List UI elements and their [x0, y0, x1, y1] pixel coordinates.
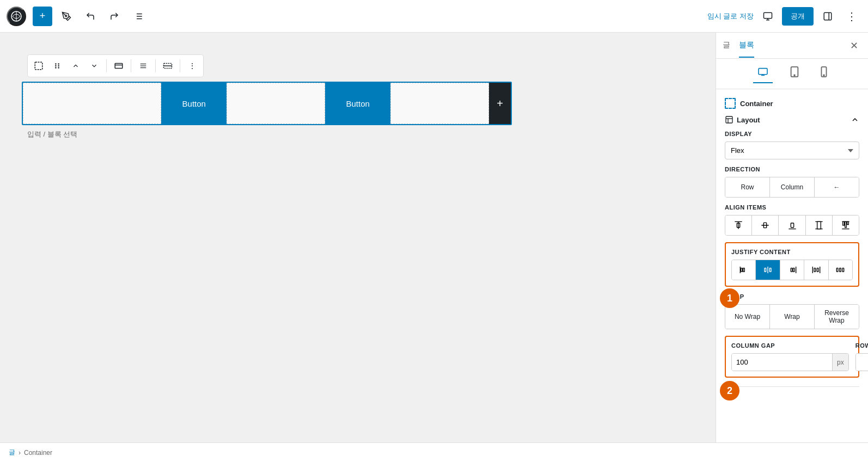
svg-rect-58	[769, 268, 771, 272]
settings-sidebar-button[interactable]	[818, 7, 838, 26]
svg-rect-57	[765, 268, 766, 272]
direction-row-button[interactable]: Row	[725, 177, 770, 197]
svg-rect-66	[837, 268, 839, 272]
right-panel: 글 블록 ✕	[716, 33, 868, 442]
svg-rect-47	[817, 221, 821, 229]
display-select[interactable]: Flex Block Inline Grid	[725, 141, 859, 159]
tab-post[interactable]: 글	[723, 34, 730, 58]
save-draft-link[interactable]: 임시 글로 저장	[707, 11, 754, 21]
direction-reverse-button[interactable]: ←	[815, 177, 859, 197]
add-block-button[interactable]: +	[33, 7, 52, 26]
justify-content-label: JUSTIFY CONTENT	[731, 249, 853, 255]
block-move-up-button[interactable]	[67, 57, 84, 75]
align-items-label: ALIGN ITEMS	[725, 204, 859, 211]
column-gap-input[interactable]	[732, 354, 832, 371]
justify-content-section: JUSTIFY CONTENT	[725, 242, 859, 287]
select-block-button[interactable]	[30, 57, 47, 75]
container-block[interactable]: Button Button +	[22, 82, 512, 125]
svg-rect-55	[743, 268, 744, 272]
breadcrumb-post[interactable]: 글	[9, 448, 15, 457]
full-width-button[interactable]	[159, 57, 176, 75]
wrap-btn-group: No Wrap Wrap Reverse Wrap	[725, 304, 859, 329]
svg-point-19	[55, 67, 57, 69]
svg-rect-51	[845, 221, 847, 227]
gap-row: COLUMN GAP px ROW GAP px	[731, 342, 853, 371]
add-inner-block-button[interactable]: +	[489, 83, 511, 124]
column-gap-input-wrap: px	[731, 353, 849, 371]
list-view-button[interactable]	[129, 7, 148, 26]
display-label: DISPLAY	[725, 131, 859, 137]
container-icon	[725, 98, 736, 109]
row-gap-col: ROW GAP px	[855, 342, 868, 371]
button-1[interactable]: Button	[161, 83, 227, 124]
panel-close-button[interactable]: ✕	[846, 38, 861, 53]
svg-rect-52	[847, 221, 849, 224]
direction-column-button[interactable]: Column	[770, 177, 815, 197]
right-panel-container: 1 2 글 블록 ✕	[716, 33, 868, 442]
justify-space-between-button[interactable]	[804, 260, 828, 280]
view-mode-button[interactable]	[758, 7, 778, 26]
toolbar-divider-2	[131, 59, 131, 72]
device-icons	[716, 59, 868, 89]
align-items-end-button[interactable]	[779, 215, 805, 235]
align-items-center-button[interactable]	[752, 215, 779, 235]
container-select-button[interactable]	[110, 57, 127, 75]
desktop-view-button[interactable]	[753, 64, 773, 83]
svg-point-32	[794, 75, 795, 76]
text-area-3[interactable]	[390, 83, 489, 124]
breadcrumb-container[interactable]: Container	[24, 449, 52, 457]
breadcrumb-separator: ›	[19, 449, 21, 457]
no-wrap-button[interactable]: No Wrap	[725, 305, 770, 329]
tablet-view-button[interactable]	[786, 64, 803, 83]
align-button[interactable]	[135, 57, 152, 75]
svg-rect-61	[791, 268, 792, 272]
column-gap-col: COLUMN GAP px	[731, 342, 849, 371]
reverse-wrap-button[interactable]: Reverse Wrap	[815, 305, 859, 329]
annotation-2: 2	[720, 381, 739, 401]
undo-button[interactable]	[81, 7, 100, 26]
more-options-button[interactable]: ⋮	[842, 7, 861, 26]
svg-rect-21	[115, 64, 123, 69]
direction-btn-group: Row Column ←	[725, 177, 859, 198]
block-move-down-button[interactable]	[85, 57, 103, 75]
toolbar-right: 임시 글로 저장 공개 ⋮	[707, 7, 861, 26]
column-gap-unit: px	[832, 354, 848, 371]
svg-point-15	[55, 63, 57, 65]
align-items-btn-group	[725, 215, 859, 236]
block-label: 입력 / 블록 선택	[27, 130, 694, 139]
align-items-stretch-button[interactable]	[806, 215, 833, 235]
text-area-1[interactable]	[23, 83, 161, 124]
tools-button[interactable]	[57, 7, 76, 26]
svg-rect-35	[726, 116, 732, 123]
svg-point-2	[65, 15, 67, 16]
layout-section: Layout DISPLAY Flex Block Inline Grid	[725, 115, 859, 387]
justify-end-button[interactable]	[780, 260, 804, 280]
wrap-button[interactable]: Wrap	[770, 305, 815, 329]
button-2[interactable]: Button	[325, 83, 390, 124]
gap-section: COLUMN GAP px ROW GAP px	[725, 336, 859, 378]
align-items-baseline-button[interactable]	[833, 215, 859, 235]
svg-point-18	[58, 65, 59, 67]
tab-block[interactable]: 블록	[739, 34, 754, 58]
mobile-view-button[interactable]	[816, 64, 832, 83]
justify-start-button[interactable]	[732, 260, 756, 280]
wp-logo-button[interactable]	[7, 7, 26, 26]
more-block-options-button[interactable]: ⋮	[184, 57, 201, 75]
layout-header[interactable]: Layout	[725, 115, 859, 124]
svg-rect-50	[843, 221, 845, 225]
drag-handle-button[interactable]	[48, 57, 66, 75]
svg-rect-67	[840, 268, 841, 272]
justify-center-button[interactable]	[756, 260, 780, 280]
align-items-start-button[interactable]	[725, 215, 752, 235]
publish-button[interactable]: 공개	[782, 7, 814, 26]
row-gap-input-wrap: px	[855, 353, 868, 371]
toolbar-divider-3	[155, 59, 156, 72]
justify-space-around-button[interactable]	[829, 260, 852, 280]
container-section-title: Container	[725, 98, 859, 109]
redo-button[interactable]	[105, 7, 124, 26]
wrap-label: WRAP	[725, 293, 859, 300]
text-area-2[interactable]	[227, 83, 325, 124]
svg-rect-12	[824, 13, 832, 20]
row-gap-input[interactable]	[856, 354, 868, 371]
svg-rect-54	[741, 268, 742, 272]
